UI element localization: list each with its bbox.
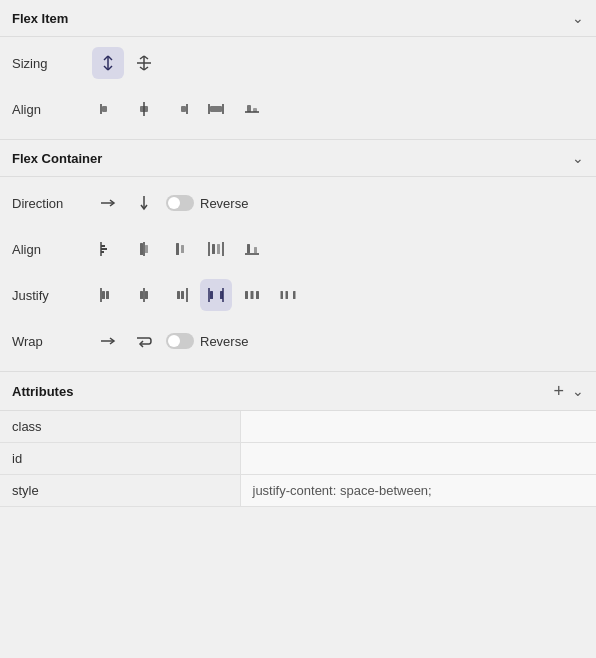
svg-rect-22 [253, 108, 257, 112]
flex-item-align-end-button[interactable] [164, 93, 196, 125]
sizing-btn-group [92, 47, 160, 79]
flex-container-align-btn-group [92, 233, 268, 265]
svg-rect-56 [256, 291, 259, 299]
container-align-center-button[interactable] [128, 233, 160, 265]
attributes-title: Attributes [12, 384, 73, 399]
svg-rect-30 [145, 245, 148, 253]
attribute-row-class: class [0, 411, 596, 443]
justify-space-between-button[interactable] [200, 279, 232, 311]
align-center-icon [135, 100, 153, 118]
attribute-value-style[interactable]: justify-content: space-between; [240, 475, 596, 507]
align-start-icon [99, 100, 117, 118]
justify-btn-group [92, 279, 304, 311]
attributes-add-button[interactable]: + [551, 382, 566, 400]
direction-col-button[interactable] [128, 187, 160, 219]
wrap-label: Wrap [12, 334, 92, 349]
svg-rect-48 [181, 291, 184, 299]
flex-item-align-start-button[interactable] [92, 93, 124, 125]
justify-space-evenly-button[interactable] [272, 279, 304, 311]
svg-rect-32 [176, 243, 179, 255]
svg-rect-29 [140, 243, 143, 255]
flex-container-chevron-icon[interactable]: ⌄ [572, 150, 584, 166]
sizing-row: Sizing [12, 45, 584, 81]
attributes-chevron-icon[interactable]: ⌄ [572, 383, 584, 399]
attribute-key-class: class [0, 411, 240, 443]
flex-item-align-stretch-button[interactable] [200, 93, 232, 125]
svg-rect-14 [140, 106, 148, 112]
svg-rect-58 [286, 291, 289, 299]
direction-reverse-group: Reverse [166, 195, 248, 211]
svg-rect-12 [102, 106, 107, 112]
direction-row-icon [99, 194, 117, 212]
flex-item-title: Flex Item [12, 11, 68, 26]
flex-item-header: Flex Item ⌄ [0, 0, 596, 37]
wrap-wrap-button[interactable] [128, 325, 160, 357]
sizing-shrink-button[interactable] [92, 47, 124, 79]
direction-row-button[interactable] [92, 187, 124, 219]
direction-btn-group [92, 187, 160, 219]
svg-rect-39 [254, 247, 257, 253]
direction-reverse-label: Reverse [200, 196, 248, 211]
flex-item-align-label: Align [12, 102, 92, 117]
svg-rect-37 [217, 244, 220, 254]
wrap-nowrap-button[interactable] [92, 325, 124, 357]
svg-rect-43 [106, 291, 109, 299]
justify-space-around-button[interactable] [236, 279, 268, 311]
attribute-key-style: style [0, 475, 240, 507]
sizing-expand-button[interactable] [128, 47, 160, 79]
svg-rect-59 [293, 291, 296, 299]
direction-label: Direction [12, 196, 92, 211]
container-align-stretch-icon [207, 240, 225, 258]
svg-rect-33 [181, 245, 184, 253]
svg-rect-16 [181, 106, 186, 112]
attributes-actions: + ⌄ [551, 382, 584, 400]
flex-container-header: Flex Container ⌄ [0, 140, 596, 177]
attributes-header: Attributes + ⌄ [0, 372, 596, 411]
direction-reverse-toggle[interactable] [166, 195, 194, 211]
flex-item-section: Flex Item ⌄ Sizing [0, 0, 596, 140]
svg-rect-45 [145, 291, 148, 299]
svg-rect-42 [102, 291, 105, 299]
flex-item-align-center-button[interactable] [128, 93, 160, 125]
svg-rect-52 [210, 291, 213, 299]
flex-item-align-row: Align [12, 91, 584, 127]
flex-item-align-baseline-button[interactable] [236, 93, 268, 125]
wrap-reverse-group: Reverse [166, 333, 248, 349]
attribute-key-id: id [0, 443, 240, 475]
justify-start-button[interactable] [92, 279, 124, 311]
justify-row: Justify [12, 277, 584, 313]
attribute-value-id[interactable] [240, 443, 596, 475]
wrap-row: Wrap Reverse [12, 323, 584, 359]
justify-end-icon [171, 286, 189, 304]
svg-rect-57 [281, 291, 284, 299]
wrap-reverse-label: Reverse [200, 334, 248, 349]
align-baseline-icon [243, 100, 261, 118]
justify-space-between-icon [207, 286, 225, 304]
wrap-reverse-toggle[interactable] [166, 333, 194, 349]
container-align-start-button[interactable] [92, 233, 124, 265]
attributes-table: class id style justify-content: space-be… [0, 411, 596, 507]
sizing-expand-icon [135, 54, 153, 72]
justify-end-button[interactable] [164, 279, 196, 311]
flex-item-chevron-icon[interactable]: ⌄ [572, 10, 584, 26]
svg-rect-36 [212, 244, 215, 254]
flex-container-align-label: Align [12, 242, 92, 257]
container-align-stretch-button[interactable] [200, 233, 232, 265]
attribute-value-class[interactable] [240, 411, 596, 443]
justify-start-icon [99, 286, 117, 304]
container-align-start-icon [99, 240, 117, 258]
justify-space-evenly-icon [279, 286, 297, 304]
direction-col-icon [135, 194, 153, 212]
flex-container-body: Direction Re [0, 177, 596, 371]
align-stretch-icon [207, 100, 225, 118]
container-align-baseline-button[interactable] [236, 233, 268, 265]
container-align-end-button[interactable] [164, 233, 196, 265]
flex-container-align-row: Align [12, 231, 584, 267]
wrap-btn-group [92, 325, 160, 357]
svg-rect-19 [210, 106, 222, 112]
sizing-shrink-icon [99, 54, 117, 72]
justify-center-button[interactable] [128, 279, 160, 311]
justify-space-around-icon [243, 286, 261, 304]
svg-rect-55 [251, 291, 254, 299]
flex-item-align-btn-group [92, 93, 268, 125]
